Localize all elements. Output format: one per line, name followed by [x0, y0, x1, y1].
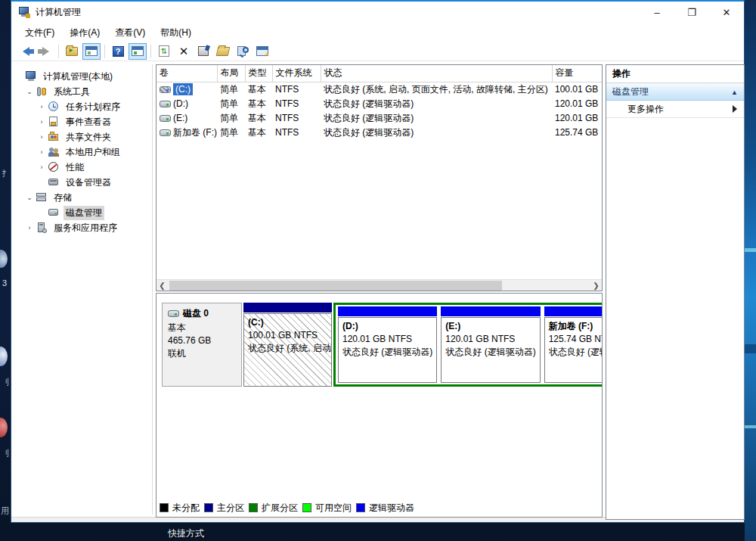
expand-arrow[interactable]: ›	[36, 133, 48, 141]
collapse-arrow[interactable]: ⌄	[23, 194, 36, 201]
desktop-icon-fragment	[0, 250, 8, 268]
menu-file[interactable]: 文件(F)	[17, 24, 62, 42]
minimize-button[interactable]: –	[640, 2, 674, 23]
expand-arrow[interactable]: ›	[36, 148, 48, 156]
back-icon[interactable]	[17, 43, 35, 60]
tree-item-label[interactable]: 设备管理器	[64, 176, 113, 190]
tree-item-label[interactable]: 本地用户和组	[64, 145, 122, 160]
disk-size: 465.76 GB	[168, 334, 236, 347]
volume-type: 基本	[245, 82, 272, 97]
properties-icon[interactable]	[194, 43, 212, 60]
close-button[interactable]: ✕	[709, 2, 744, 23]
partition-info: 120.01 GB NTFS	[342, 333, 432, 346]
partition-e[interactable]: (E:) 120.01 GB NTFS 状态良好 (逻辑驱动器)	[441, 306, 540, 383]
desktop-icon-fragment: 刂	[2, 377, 10, 388]
horizontal-scrollbar[interactable]: ❮ ❯	[156, 279, 602, 291]
partition-color-bar	[338, 306, 437, 316]
tree-item-label[interactable]: 磁盘管理	[64, 206, 104, 220]
scrollbar-thumb[interactable]	[169, 281, 502, 291]
desktop-shortcut-label[interactable]: 快捷方式	[168, 527, 204, 540]
tree-item-shared-folders[interactable]: › 共享文件夹	[11, 129, 152, 145]
partition-color-bar	[544, 306, 603, 316]
scroll-left-icon[interactable]: ❮	[156, 280, 168, 291]
tree-item-device-manager[interactable]: 设备管理器	[11, 175, 152, 190]
help-icon[interactable]: ?	[109, 43, 127, 60]
column-header-status[interactable]: 状态	[321, 65, 552, 82]
tree-item-label[interactable]: 系统工具	[51, 85, 92, 99]
show-action-pane-icon[interactable]	[129, 43, 147, 60]
tree-item-label[interactable]: 服务和应用程序	[51, 221, 119, 235]
collapse-section-icon[interactable]: ▲	[731, 89, 738, 96]
volume-capacity: 125.74 GB	[552, 126, 603, 140]
column-header-type[interactable]: 类型	[245, 65, 272, 82]
submenu-arrow-icon	[733, 105, 737, 113]
tree-item-label[interactable]: 性能	[64, 160, 86, 175]
tree-item-storage[interactable]: ⌄ 存储	[11, 190, 152, 205]
volume-name[interactable]: (D:)	[173, 98, 188, 109]
find-icon[interactable]	[234, 43, 252, 60]
actions-section-disk-management[interactable]: 磁盘管理 ▲	[606, 83, 744, 101]
volume-list-pane: 卷 布局 类型 文件系统 状态 容量 (C:) 简单 基本 NTFS 状态良好	[156, 64, 603, 291]
collapse-arrow[interactable]: ⌄	[23, 88, 36, 95]
partition-name: 新加卷 (F:)	[549, 320, 603, 333]
tree-item-label[interactable]: 任务计划程序	[64, 100, 122, 114]
forward-icon[interactable]	[36, 43, 54, 60]
column-header-layout[interactable]: 布局	[217, 65, 245, 82]
more-actions-item[interactable]: 更多操作	[606, 101, 744, 118]
tree-item-performance[interactable]: › 性能	[11, 160, 152, 175]
partition-name: (C:)	[248, 316, 327, 329]
volume-row-d[interactable]: (D:) 简单 基本 NTFS 状态良好 (逻辑驱动器) 120.01 GB	[156, 97, 603, 111]
tree-item-label[interactable]: 计算机管理(本地)	[41, 70, 115, 84]
volume-name[interactable]: 新加卷 (F:)	[173, 126, 217, 139]
legend-swatch	[302, 503, 311, 512]
volume-row-f[interactable]: 新加卷 (F:) 简单 基本 NTFS 状态良好 (逻辑驱动器) 125.74 …	[156, 126, 603, 140]
disk-0-info[interactable]: 磁盘 0 基本 465.76 GB 联机	[162, 303, 242, 387]
tree-item-event-viewer[interactable]: › 事件查看器	[11, 114, 152, 129]
tree-item-services-applications[interactable]: › 服务和应用程序	[11, 220, 152, 235]
maximize-button[interactable]: ❐	[674, 2, 709, 23]
volume-name[interactable]: (C:)	[173, 83, 193, 95]
menu-action[interactable]: 操作(A)	[62, 24, 107, 42]
legend: 未分配 主分区 扩展分区 可用空间 逻辑驱动器	[160, 501, 599, 515]
volume-name[interactable]: (E:)	[173, 113, 187, 123]
delete-icon[interactable]: ✕	[175, 43, 193, 60]
services-applications-icon	[36, 222, 48, 233]
help-window-icon[interactable]	[253, 43, 271, 60]
up-folder-icon[interactable]	[63, 43, 81, 60]
titlebar[interactable]: 计算机管理 – ❐ ✕	[11, 2, 744, 23]
tree-item-label[interactable]: 事件查看器	[64, 115, 113, 129]
desktop-icon-fragment	[0, 418, 8, 437]
tree-item-computer-management[interactable]: 计算机管理(本地)	[11, 69, 152, 84]
volume-layout: 简单	[217, 97, 245, 111]
tree-item-label[interactable]: 共享文件夹	[64, 130, 113, 145]
menu-help[interactable]: 帮助(H)	[153, 24, 199, 42]
tree-item-system-tools[interactable]: ⌄ 系统工具	[11, 84, 152, 99]
partition-c[interactable]: (C:) 100.01 GB NTFS 状态良好 (系统, 启动, 页面文件, …	[243, 303, 332, 387]
tree-item-disk-management[interactable]: 磁盘管理	[11, 205, 152, 220]
more-actions-label[interactable]: 更多操作	[627, 103, 733, 116]
expand-arrow[interactable]: ›	[36, 103, 48, 110]
volume-row-e[interactable]: (E:) 简单 基本 NTFS 状态良好 (逻辑驱动器) 120.01 GB	[156, 111, 603, 126]
task-scheduler-icon	[48, 101, 60, 112]
expand-arrow[interactable]: ›	[36, 118, 48, 126]
desktop-icon-fragment: 扌	[2, 168, 10, 179]
partition-d[interactable]: (D:) 120.01 GB NTFS 状态良好 (逻辑驱动器)	[338, 306, 437, 383]
partition-f[interactable]: 新加卷 (F:) 125.74 GB NTFS 状态良好 (逻辑驱动器)	[544, 306, 603, 383]
show-console-tree-icon[interactable]	[82, 43, 101, 60]
disk-icon	[168, 310, 179, 317]
expand-arrow[interactable]: ›	[23, 224, 36, 232]
column-header-capacity[interactable]: 容量	[552, 65, 603, 82]
column-header-filesystem[interactable]: 文件系统	[272, 65, 321, 82]
open-folder-icon[interactable]	[214, 43, 232, 60]
volume-row-c[interactable]: (C:) 简单 基本 NTFS 状态良好 (系统, 启动, 页面文件, 活动, …	[156, 82, 603, 97]
tree-item-label[interactable]: 存储	[51, 191, 74, 205]
refresh-icon[interactable]: ⇅	[155, 43, 173, 60]
tree-item-local-users-groups[interactable]: › 本地用户和组	[11, 145, 152, 160]
actions-section-label[interactable]: 磁盘管理	[612, 86, 731, 98]
volume-type: 基本	[245, 126, 272, 140]
expand-arrow[interactable]: ›	[36, 163, 48, 171]
scroll-right-icon[interactable]: ❯	[590, 280, 602, 291]
menu-view[interactable]: 查看(V)	[107, 24, 153, 42]
column-header-volume[interactable]: 卷	[156, 65, 217, 82]
tree-item-task-scheduler[interactable]: › 任务计划程序	[11, 99, 152, 114]
